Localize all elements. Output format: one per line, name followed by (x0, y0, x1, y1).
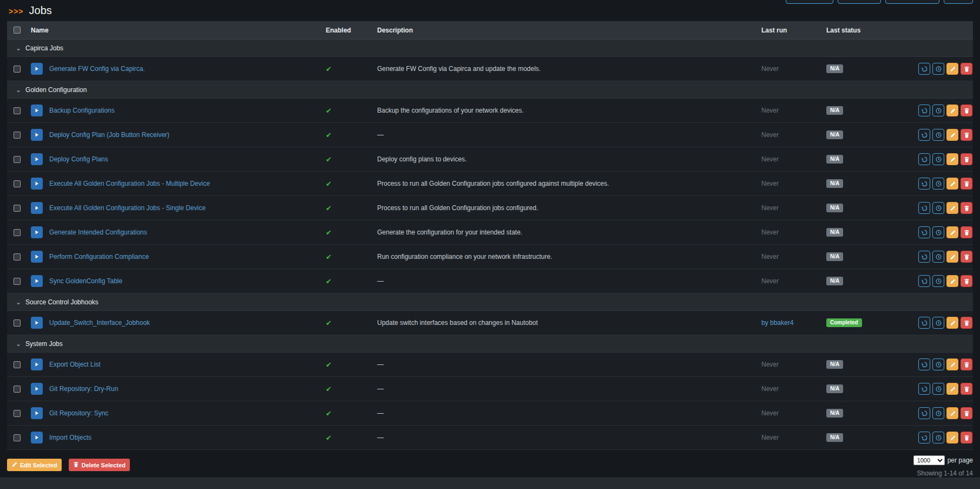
job-name-link[interactable]: Generate Intended Configurations (49, 229, 147, 236)
job-results-button[interactable] (918, 432, 930, 444)
run-job-button[interactable] (31, 202, 43, 214)
delete-job-button[interactable] (961, 153, 972, 165)
delete-selected-button[interactable]: Delete Selected (69, 459, 130, 471)
select-all-checkbox[interactable] (14, 27, 21, 34)
run-job-button[interactable] (31, 407, 43, 419)
row-checkbox[interactable] (14, 320, 21, 327)
job-name-link[interactable]: Export Object List (49, 361, 101, 368)
row-checkbox[interactable] (14, 180, 21, 187)
edit-job-button[interactable] (946, 407, 958, 419)
collapse-chevron-icon[interactable]: ⌄ (16, 341, 21, 347)
delete-job-button[interactable] (961, 407, 972, 419)
edit-job-button[interactable] (946, 105, 958, 116)
edit-job-button[interactable] (946, 251, 958, 263)
edit-job-button[interactable] (946, 275, 958, 287)
run-job-button[interactable] (31, 275, 43, 287)
job-name-link[interactable]: Deploy Config Plan (Job Button Receiver) (49, 131, 169, 139)
run-job-button[interactable] (31, 226, 43, 238)
edit-job-button[interactable] (946, 63, 958, 75)
job-name-link[interactable]: Sync GoldenConfig Table (49, 277, 122, 285)
scheduled-jobs-button[interactable] (932, 178, 944, 190)
run-job-button[interactable] (31, 63, 43, 75)
row-checkbox[interactable] (14, 410, 21, 417)
job-results-button[interactable] (918, 358, 930, 370)
edit-job-button[interactable] (946, 317, 958, 329)
row-checkbox[interactable] (14, 229, 21, 236)
delete-job-button[interactable] (961, 226, 972, 238)
run-job-button[interactable] (31, 153, 43, 165)
edit-job-button[interactable] (946, 432, 958, 444)
job-results-button[interactable] (918, 202, 930, 214)
partial-toolbar-button[interactable] (838, 0, 881, 4)
partial-toolbar-button[interactable] (786, 0, 833, 4)
row-checkbox[interactable] (14, 66, 21, 73)
scheduled-jobs-button[interactable] (932, 251, 944, 263)
job-results-button[interactable] (918, 317, 930, 329)
scheduled-jobs-button[interactable] (932, 383, 944, 395)
group-header-row[interactable]: ⌄ Capirca Jobs (7, 40, 973, 57)
row-checkbox[interactable] (14, 156, 21, 163)
scheduled-jobs-button[interactable] (932, 275, 944, 287)
job-name-link[interactable]: Import Objects (49, 434, 91, 441)
scheduled-jobs-button[interactable] (932, 226, 944, 238)
scheduled-jobs-button[interactable] (932, 129, 944, 141)
scheduled-jobs-button[interactable] (932, 358, 944, 370)
delete-job-button[interactable] (961, 178, 972, 190)
job-results-button[interactable] (918, 129, 930, 141)
row-checkbox[interactable] (14, 205, 21, 212)
delete-job-button[interactable] (961, 358, 972, 370)
row-checkbox[interactable] (14, 253, 21, 260)
job-name-link[interactable]: Git Repository: Sync (49, 409, 108, 417)
row-checkbox[interactable] (14, 132, 21, 139)
run-job-button[interactable] (31, 251, 43, 263)
row-checkbox[interactable] (14, 434, 21, 441)
group-header-row[interactable]: ⌄ Golden Configuration (7, 81, 973, 99)
run-job-button[interactable] (31, 317, 43, 329)
job-name-link[interactable]: Update_Switch_Interface_Jobhook (49, 319, 150, 327)
per-page-select[interactable]: 1000 (913, 455, 945, 465)
collapse-chevron-icon[interactable]: ⌄ (16, 87, 21, 93)
edit-job-button[interactable] (946, 178, 958, 190)
collapse-chevron-icon[interactable]: ⌄ (16, 299, 21, 305)
delete-job-button[interactable] (961, 251, 972, 263)
delete-job-button[interactable] (961, 129, 972, 141)
job-name-link[interactable]: Git Repository: Dry-Run (49, 385, 118, 393)
last-run[interactable]: by bbaker4 (757, 319, 822, 327)
job-name-link[interactable]: Backup Configurations (49, 107, 115, 114)
job-name-link[interactable]: Generate FW Config via Capirca. (49, 65, 145, 73)
edit-selected-button[interactable]: Edit Selected (7, 459, 62, 471)
job-results-button[interactable] (918, 63, 930, 75)
scheduled-jobs-button[interactable] (932, 202, 944, 214)
job-name-link[interactable]: Perform Configuration Compliance (49, 253, 149, 260)
job-results-button[interactable] (918, 226, 930, 238)
delete-job-button[interactable] (961, 317, 972, 329)
scheduled-jobs-button[interactable] (932, 317, 944, 329)
edit-job-button[interactable] (946, 202, 958, 214)
edit-job-button[interactable] (946, 153, 958, 165)
scheduled-jobs-button[interactable] (932, 432, 944, 444)
delete-job-button[interactable] (961, 275, 972, 287)
scheduled-jobs-button[interactable] (932, 63, 944, 75)
partial-toolbar-button[interactable] (885, 0, 939, 4)
job-results-button[interactable] (918, 275, 930, 287)
job-name-link[interactable]: Execute All Golden Configuration Jobs - … (49, 180, 210, 187)
row-checkbox[interactable] (14, 361, 21, 368)
job-name-link[interactable]: Deploy Config Plans (49, 155, 108, 163)
job-name-link[interactable]: Execute All Golden Configuration Jobs - … (49, 204, 206, 212)
partial-toolbar-button[interactable] (944, 0, 973, 4)
edit-job-button[interactable] (946, 226, 958, 238)
job-results-button[interactable] (918, 153, 930, 165)
delete-job-button[interactable] (961, 63, 972, 75)
run-job-button[interactable] (31, 105, 43, 116)
delete-job-button[interactable] (961, 105, 972, 116)
job-results-button[interactable] (918, 105, 930, 116)
job-results-button[interactable] (918, 407, 930, 419)
delete-job-button[interactable] (961, 383, 972, 395)
group-header-row[interactable]: ⌄ System Jobs (7, 335, 973, 353)
edit-job-button[interactable] (946, 358, 958, 370)
run-job-button[interactable] (31, 432, 43, 444)
delete-job-button[interactable] (961, 432, 972, 444)
edit-job-button[interactable] (946, 129, 958, 141)
run-job-button[interactable] (31, 129, 43, 141)
delete-job-button[interactable] (961, 202, 972, 214)
